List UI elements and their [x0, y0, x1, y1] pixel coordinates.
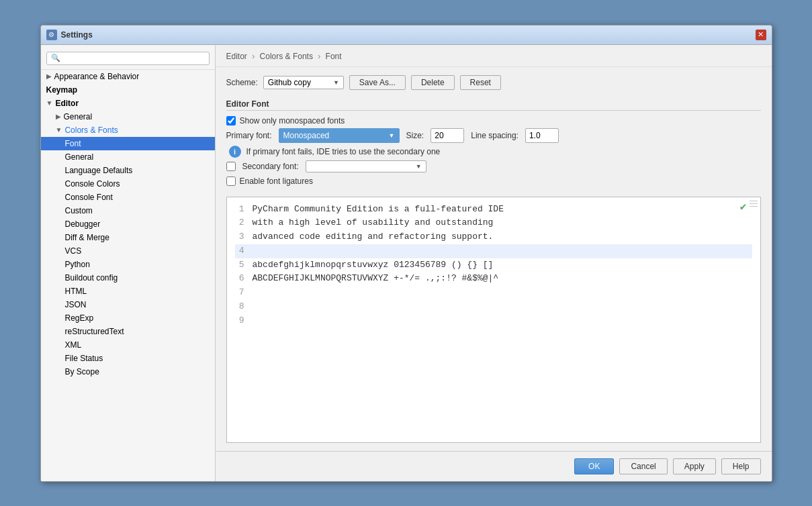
scheme-dropdown-arrow: ▼: [333, 79, 339, 86]
tree-item-label: Diff & Merge: [65, 233, 109, 242]
tree-item-label: VCS: [65, 246, 82, 256]
tree-item-label: JSON: [65, 300, 87, 309]
line-number: 5: [235, 258, 244, 272]
tree-item-label: Editor: [55, 99, 79, 108]
info-row: i If primary font fails, IDE tries to us…: [229, 146, 761, 158]
close-button[interactable]: ✕: [756, 30, 766, 40]
sidebar-item-debugger[interactable]: Debugger: [41, 217, 215, 231]
size-input[interactable]: [431, 128, 464, 143]
help-button[interactable]: Help: [721, 458, 761, 474]
checkmark-icon: ✔: [740, 200, 747, 213]
enable-ligatures-label[interactable]: Enable font ligatures: [240, 176, 313, 186]
sidebar-item-by-scope[interactable]: By Scope: [41, 365, 215, 378]
tree-item-label: RegExp: [65, 313, 94, 323]
tree-item-label: Font: [65, 139, 81, 148]
tree-item-label: Keymap: [46, 85, 78, 95]
preview-line: 8: [235, 300, 752, 314]
sidebar-item-general2[interactable]: General: [41, 150, 215, 164]
line-number: 7: [235, 286, 244, 300]
sidebar-item-appearance[interactable]: ▶Appearance & Behavior: [41, 70, 215, 83]
sidebar-item-json[interactable]: JSON: [41, 298, 215, 311]
sidebar-item-file-status[interactable]: File Status: [41, 352, 215, 365]
dialog-title: Settings: [61, 30, 93, 40]
primary-font-row: Primary font: Monospaced ▼ Size: Line sp…: [226, 128, 761, 143]
preview-area: ✔ 1PyCharm Community Edition is a full-f…: [226, 197, 761, 443]
tree-item-label: By Scope: [65, 367, 99, 376]
search-wrap[interactable]: 🔍: [46, 52, 210, 65]
line-spacing-label: Line spacing:: [471, 131, 518, 140]
sidebar-item-html[interactable]: HTML: [41, 285, 215, 298]
sidebar-item-editor[interactable]: ▼Editor: [41, 97, 215, 110]
sidebar-item-keymap[interactable]: Keymap: [41, 83, 215, 97]
preview-line: 1PyCharm Community Edition is a full-fea…: [235, 203, 752, 217]
line-spacing-input[interactable]: [525, 128, 559, 143]
sidebar: 🔍 ▶Appearance & BehaviorKeymap▼Editor▶Ge…: [41, 45, 216, 481]
sidebar-item-diff-merge[interactable]: Diff & Merge: [41, 231, 215, 244]
show-monospaced-row: Show only monospaced fonts: [226, 116, 761, 125]
save-as-button[interactable]: Save As...: [349, 75, 406, 90]
scheme-dropdown[interactable]: Github copy ▼: [263, 76, 344, 89]
tree-item-label: General: [65, 152, 94, 162]
preview-line: 6ABCDEFGHIJKLMNOPQRSTUVWXYZ +-*/= .,;:!?…: [235, 272, 752, 286]
delete-button[interactable]: Delete: [411, 75, 455, 90]
sidebar-item-buildout-config[interactable]: Buildout config: [41, 271, 215, 285]
line-number: 9: [235, 314, 244, 328]
line-text: ABCDEFGHIJKLMNOPQRSTUVWXYZ +-*/= .,;:!? …: [253, 272, 499, 286]
title-bar: ⚙ Settings ✕: [41, 26, 772, 45]
editor-font-title: Editor Font: [226, 99, 761, 109]
breadcrumb: Editor › Colors & Fonts › Font: [216, 45, 772, 67]
show-monospaced-label[interactable]: Show only monospaced fonts: [240, 116, 345, 125]
tree-arrow: ▼: [56, 126, 62, 134]
preview-line: 4: [235, 244, 752, 258]
scheme-value: Github copy: [268, 78, 330, 87]
tree-item-label: Appearance & Behavior: [54, 72, 140, 81]
tree-item-label: General: [64, 112, 93, 121]
sidebar-item-xml[interactable]: XML: [41, 338, 215, 352]
secondary-font-label: Secondary font:: [242, 162, 299, 171]
secondary-font-checkbox[interactable]: [226, 162, 236, 171]
sidebar-item-python[interactable]: Python: [41, 258, 215, 271]
resize-handle[interactable]: [750, 200, 758, 208]
sidebar-item-custom[interactable]: Custom: [41, 204, 215, 217]
show-monospaced-checkbox[interactable]: [226, 116, 236, 125]
primary-font-dropdown[interactable]: Monospaced ▼: [279, 128, 400, 143]
editor-font-section: Editor Font Show only monospaced fonts P…: [226, 97, 761, 186]
apply-button[interactable]: Apply: [673, 458, 716, 474]
sidebar-item-regexp[interactable]: RegExp: [41, 311, 215, 325]
sidebar-item-language-defaults[interactable]: Language Defaults: [41, 164, 215, 177]
tree-arrow: ▶: [56, 113, 61, 120]
sidebar-item-vcs[interactable]: VCS: [41, 244, 215, 258]
ok-button[interactable]: OK: [574, 458, 614, 474]
enable-ligatures-checkbox[interactable]: [226, 176, 236, 186]
breadcrumb-font: Font: [326, 52, 342, 61]
search-bar: 🔍: [41, 48, 215, 70]
line-text: PyCharm Community Edition is a full-feat…: [253, 203, 504, 217]
sidebar-item-colors-fonts[interactable]: ▼Colors & Fonts: [41, 123, 215, 137]
line-number: 1: [235, 203, 244, 217]
sidebar-item-font[interactable]: Font: [41, 137, 215, 150]
line-number: 4: [235, 244, 244, 258]
sidebar-item-restructuredtext[interactable]: reStructuredText: [41, 325, 215, 338]
bc-sep-1: ›: [252, 52, 255, 61]
tree-item-label: Colors & Fonts: [64, 125, 118, 135]
line-text: abcdefghijklmnopqrstuvwxyz 0123456789 ()…: [253, 258, 494, 272]
ligatures-row: Enable font ligatures: [226, 176, 761, 186]
secondary-font-arrow: ▼: [416, 163, 422, 170]
sidebar-item-general[interactable]: ▶General: [41, 110, 215, 123]
reset-button[interactable]: Reset: [460, 75, 501, 90]
secondary-font-dropdown[interactable]: ▼: [306, 160, 426, 172]
search-input[interactable]: [63, 54, 205, 63]
secondary-font-row: Secondary font: ▼: [226, 160, 761, 172]
sidebar-item-console-font[interactable]: Console Font: [41, 191, 215, 204]
tree-item-label: Language Defaults: [65, 166, 133, 175]
bottom-bar: OK Cancel Apply Help: [216, 451, 772, 481]
bc-sep-2: ›: [318, 52, 320, 61]
preview-lines: 1PyCharm Community Edition is a full-fea…: [235, 203, 752, 328]
line-text: advanced code editing and refactoring su…: [253, 230, 494, 244]
content-area: Scheme: Github copy ▼ Save As... Delete …: [216, 67, 772, 451]
breadcrumb-editor: Editor: [226, 52, 247, 61]
cancel-button[interactable]: Cancel: [619, 458, 667, 474]
line-number: 2: [235, 216, 244, 230]
scheme-label: Scheme:: [226, 78, 258, 87]
sidebar-item-console-colors[interactable]: Console Colors: [41, 177, 215, 191]
